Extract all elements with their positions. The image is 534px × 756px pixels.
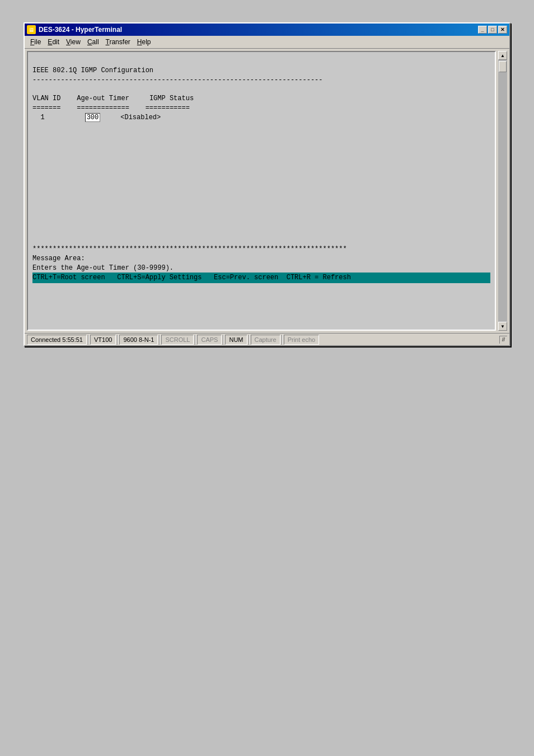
terminal-heading: IEEE 802.1Q IGMP Configuration (32, 66, 490, 76)
status-sep-6 (249, 335, 250, 345)
status-terminal: VT100 (90, 335, 116, 345)
terminal-help-text: Enters the Age-out Timer (30-9999). (32, 264, 490, 273)
terminal-table-header: VLAN ID Age-out Timer IGMP Status (32, 94, 490, 104)
window-title: DES-3624 - HyperTerminal (39, 26, 122, 34)
status-bar: Connected 5:55:51 VT100 9600 8-N-1 SCROL… (25, 333, 509, 345)
terminal-blank-6 (32, 151, 490, 160)
status-connected: Connected 5:55:51 (27, 335, 87, 345)
status-sep-4 (195, 335, 196, 345)
scrollbar-right[interactable]: ▲ ▼ (498, 51, 507, 331)
menu-call[interactable]: Call (84, 37, 102, 47)
status-sep-2 (117, 335, 118, 345)
terminal-blank-13 (32, 217, 490, 226)
status-scroll: SCROLL (161, 335, 194, 345)
menu-transfer[interactable]: Transfer (102, 37, 134, 47)
terminal-blank-9 (32, 179, 490, 188)
terminal-table-equals: ======= ============= =========== (32, 104, 490, 113)
terminal-blank-14 (32, 226, 490, 235)
terminal-blank-12 (32, 207, 490, 217)
content-area: IEEE 802.1Q IGMP Configuration ---------… (25, 49, 509, 333)
app-icon: 🖥 (27, 25, 36, 34)
minimize-button[interactable]: _ (478, 26, 487, 34)
scroll-thumb[interactable] (499, 61, 507, 72)
scroll-up-button[interactable]: ▲ (498, 51, 507, 60)
terminal-blank-10 (32, 188, 490, 198)
terminal-blank-7 (32, 160, 490, 170)
terminal-message-area: Message Area: (32, 254, 490, 264)
status-sep-3 (159, 335, 160, 345)
maximize-button[interactable]: □ (488, 26, 497, 34)
terminal-blank-4 (32, 132, 490, 141)
title-bar-left: 🖥 DES-3624 - HyperTerminal (27, 25, 122, 34)
terminal-blank-1 (32, 57, 490, 66)
status-num: NUM (225, 335, 247, 345)
terminal-star-line: ****************************************… (32, 245, 490, 254)
terminal-blank-2 (32, 84, 490, 94)
status-baud: 9600 8-N-1 (119, 335, 158, 345)
status-sep-1 (88, 335, 89, 345)
scroll-down-button[interactable]: ▼ (498, 322, 507, 331)
close-button[interactable]: ✕ (498, 26, 507, 34)
status-caps: CAPS (197, 335, 222, 345)
terminal-cmd-bar: CTRL+T=Root screen CTRL+S=Apply Settings… (32, 273, 490, 283)
status-sep-5 (223, 335, 224, 345)
terminal-blank-8 (32, 170, 490, 179)
scroll-track[interactable] (498, 60, 507, 322)
terminal-blank-3 (32, 123, 490, 132)
resize-corner[interactable]: // (499, 336, 507, 344)
hyperterminal-window: 🖥 DES-3624 - HyperTerminal _ □ ✕ File Ed… (24, 22, 510, 346)
vlan-id-value: 1 (40, 114, 44, 121)
terminal-display[interactable]: IEEE 802.1Q IGMP Configuration ---------… (27, 51, 496, 331)
menu-edit[interactable]: Edit (44, 37, 63, 47)
status-sep-7 (282, 335, 283, 345)
terminal-blank-5 (32, 141, 490, 151)
title-buttons: _ □ ✕ (478, 26, 507, 34)
title-bar: 🖥 DES-3624 - HyperTerminal _ □ ✕ (25, 24, 509, 36)
menu-help[interactable]: Help (134, 37, 154, 47)
terminal-blank-11 (32, 198, 490, 207)
menu-view[interactable]: View (63, 37, 84, 47)
terminal-separator: ----------------------------------------… (32, 76, 490, 85)
terminal-table-row: 1 300 <Disabled> (32, 113, 490, 123)
status-print-echo: Print echo (284, 335, 320, 345)
igmp-status-value: <Disabled> (120, 114, 161, 121)
age-out-timer-input[interactable]: 300 (85, 113, 101, 122)
menu-file[interactable]: File (27, 37, 44, 47)
menu-bar: File Edit View Call Transfer Help (25, 36, 509, 49)
terminal-blank-15 (32, 235, 490, 245)
status-capture: Capture (251, 335, 280, 345)
